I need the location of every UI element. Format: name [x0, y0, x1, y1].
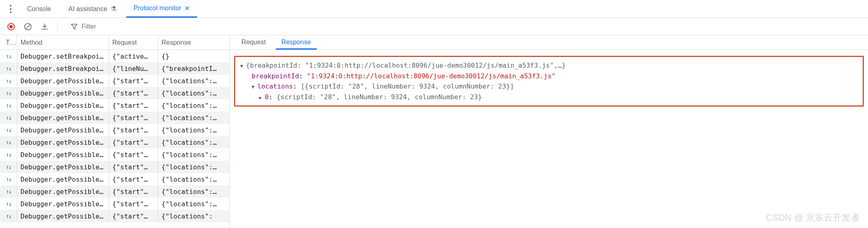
json-colon: : — [269, 92, 277, 103]
table-row[interactable]: ↑↓Debugger.getPossible…{"start"…{"locati… — [0, 75, 229, 87]
arrow-down-icon: ↓ — [8, 151, 11, 158]
cell-request: {"start"… — [109, 185, 158, 198]
cell-type: ↑↓ — [0, 87, 17, 99]
cell-request: {"start"… — [109, 75, 158, 87]
col-header-type[interactable]: T… — [0, 35, 17, 50]
arrow-down-icon: ↓ — [8, 127, 11, 133]
json-root-line[interactable]: ▼ {breakpointId: "1:9324:0:http://localh… — [240, 60, 858, 71]
cell-type: ↑↓ — [0, 50, 17, 62]
table-row[interactable]: ↑↓Debugger.getPossible…{"start"…{"locati… — [0, 136, 229, 148]
json-colon: : — [293, 81, 301, 92]
tab-console[interactable]: Console — [20, 1, 59, 17]
save-button[interactable] — [41, 23, 48, 30]
toolbar-divider — [57, 22, 58, 32]
record-button[interactable] — [7, 23, 15, 30]
cell-method: Debugger.getPossible… — [17, 161, 109, 173]
col-header-method[interactable]: Method — [17, 35, 109, 50]
cell-method: Debugger.getPossible… — [17, 136, 109, 148]
table-row[interactable]: ↑↓Debugger.getPossible…{"start"…{"locati… — [0, 124, 229, 136]
arrow-down-icon: ↓ — [8, 65, 11, 72]
json-key-breakpointid: breakpointId — [252, 71, 299, 82]
json-index0-line[interactable]: ▶ 0: {scriptId: "28", lineNumber: 9324, … — [240, 92, 858, 103]
expand-triangle-down-icon[interactable]: ▼ — [252, 83, 257, 91]
json-value-index0: {scriptId: "28", lineNumber: 9324, colum… — [277, 92, 482, 103]
drawer-tabs-bar: Console AI assistance ⚗ Protocol monitor… — [0, 0, 868, 18]
table-row[interactable]: ↑↓Debugger.getPossible…{"start"…{"locati… — [0, 161, 229, 173]
json-root-preview: {breakpointId: "1:9324:0:http://localhos… — [246, 60, 566, 71]
table-row[interactable]: ↑↓Debugger.setBreakpoi…{"active…{} — [0, 50, 229, 62]
cell-response: {"locations":… — [158, 198, 229, 210]
cell-response: {"locations":… — [158, 124, 229, 136]
tab-ai-assistance[interactable]: AI assistance ⚗ — [61, 1, 124, 17]
toolbar — [0, 18, 868, 35]
cell-response: {"locations":… — [158, 161, 229, 173]
table-header: T… Method Request Response — [0, 35, 229, 50]
detail-panel: Request Response ▼ {breakpointId: "1:932… — [230, 35, 868, 228]
table-row[interactable]: ↑↓Debugger.getPossible…{"start"…{"locati… — [0, 198, 229, 210]
cell-request: {"lineNu… — [109, 62, 158, 75]
json-key-index0: 0 — [265, 92, 269, 103]
filter-input[interactable] — [82, 23, 164, 30]
kebab-menu-icon[interactable] — [4, 2, 17, 16]
table-row[interactable]: ↑↓Debugger.getPossible…{"start"…{"locati… — [0, 112, 229, 124]
cell-request: {"start"… — [109, 198, 158, 210]
detail-tabs: Request Response — [230, 35, 868, 50]
arrow-down-icon: ↓ — [8, 213, 11, 219]
expand-triangle-down-icon[interactable]: ▼ — [240, 62, 246, 70]
close-icon[interactable]: ✕ — [184, 5, 190, 12]
json-value-breakpointid: "1:9324:0:http://localhost:8096/jue-demo… — [307, 71, 556, 82]
cell-request: {"start"… — [109, 124, 158, 136]
table-row[interactable]: ↑↓Debugger.getPossible…{"start"…{"locati… — [0, 148, 229, 161]
expand-triangle-right-icon[interactable]: ▶ — [259, 94, 265, 102]
arrow-down-icon: ↓ — [8, 139, 11, 146]
tab-protocol-monitor[interactable]: Protocol monitor ✕ — [126, 0, 198, 18]
svg-line-1 — [26, 25, 30, 29]
cell-type: ↑↓ — [0, 198, 17, 210]
record-icon — [7, 23, 15, 30]
table-row[interactable]: ↑↓Debugger.getPossible…{"start"…{"locati… — [0, 185, 229, 198]
json-locations-line[interactable]: ▼ locations: [{scriptId: "28", lineNumbe… — [240, 81, 858, 92]
table-row[interactable]: ↑↓Debugger.getPossible…{"start"…{"locati… — [0, 87, 229, 99]
cell-method: Debugger.getPossible… — [17, 148, 109, 161]
cell-response: {"locations":… — [158, 75, 229, 87]
cell-type: ↑↓ — [0, 99, 17, 112]
cell-type: ↑↓ — [0, 62, 17, 75]
cell-response: {"locations":… — [158, 173, 229, 185]
arrow-down-icon: ↓ — [8, 164, 11, 170]
cell-type: ↑↓ — [0, 148, 17, 161]
json-viewer: ▼ {breakpointId: "1:9324:0:http://localh… — [230, 50, 868, 112]
cell-request: {"start"… — [109, 161, 158, 173]
table-row[interactable]: ↑↓Debugger.getPossible…{"start"…{"locati… — [0, 210, 229, 222]
tab-protocol-label: Protocol monitor — [134, 5, 182, 12]
cell-method: Debugger.setBreakpoi… — [17, 50, 109, 62]
cell-response: {"locations":… — [158, 136, 229, 148]
detail-tab-request[interactable]: Request — [236, 35, 272, 50]
cell-method: Debugger.getPossible… — [17, 173, 109, 185]
col-header-response[interactable]: Response — [158, 35, 229, 50]
arrow-down-icon: ↓ — [8, 114, 11, 121]
cell-method: Debugger.getPossible… — [17, 124, 109, 136]
cell-method: Debugger.getPossible… — [17, 185, 109, 198]
cell-response: {} — [158, 50, 229, 62]
col-header-request[interactable]: Request — [109, 35, 158, 50]
cell-type: ↑↓ — [0, 185, 17, 198]
filter-icon — [71, 23, 77, 30]
json-breakpointid-line[interactable]: breakpointId: "1:9324:0:http://localhost… — [240, 71, 858, 82]
cell-request: {"start"… — [109, 99, 158, 112]
tab-ai-label: AI assistance — [68, 5, 107, 13]
table-row[interactable]: ↑↓Debugger.getPossible…{"start"…{"locati… — [0, 99, 229, 112]
detail-tab-response[interactable]: Response — [276, 35, 317, 50]
messages-table-panel: T… Method Request Response ↑↓Debugger.se… — [0, 35, 230, 228]
cell-method: Debugger.getPossible… — [17, 210, 109, 222]
clear-button[interactable] — [24, 23, 32, 31]
cell-type: ↑↓ — [0, 75, 17, 87]
cell-request: {"start"… — [109, 173, 158, 185]
table-row[interactable]: ↑↓Debugger.getPossible…{"start"…{"locati… — [0, 173, 229, 185]
cell-request: {"start"… — [109, 210, 158, 222]
content-area: T… Method Request Response ↑↓Debugger.se… — [0, 35, 868, 228]
arrow-down-icon: ↓ — [8, 102, 11, 109]
cell-method: Debugger.getPossible… — [17, 112, 109, 124]
cell-type: ↑↓ — [0, 161, 17, 173]
cell-type: ↑↓ — [0, 112, 17, 124]
table-row[interactable]: ↑↓Debugger.setBreakpoi…{"lineNu…{"breakp… — [0, 62, 229, 75]
